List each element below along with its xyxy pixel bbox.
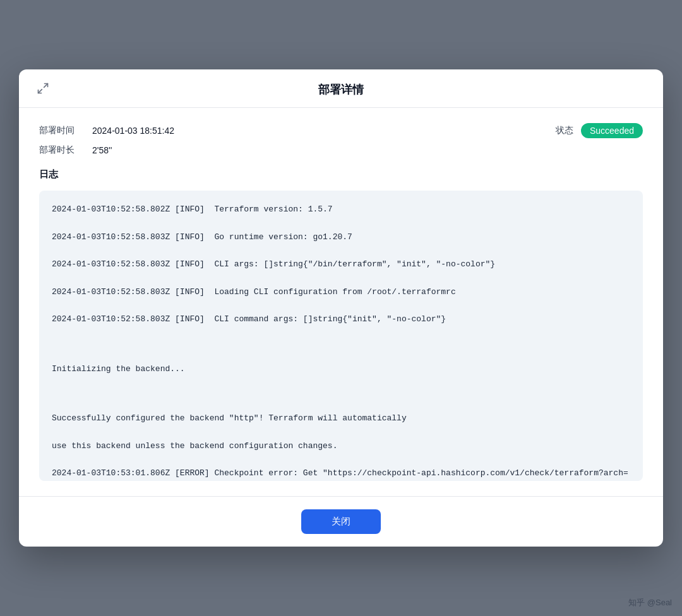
watermark: 知乎 @Seal bbox=[628, 597, 672, 608]
top-info-section: 部署时间 2024-01-03 18:51:42 状态 Succeeded 部署… bbox=[39, 123, 643, 156]
deploy-duration-label: 部署时长 bbox=[39, 145, 77, 156]
deploy-duration-value: 2'58'' bbox=[92, 145, 112, 155]
log-line: 2024-01-03T10:52:58.802Z [INFO] Terrafor… bbox=[52, 203, 630, 216]
log-line: 2024-01-03T10:52:58.803Z [INFO] Go runti… bbox=[52, 231, 630, 244]
modal-title: 部署详情 bbox=[318, 82, 364, 97]
log-line: 2024-01-03T10:52:58.803Z [INFO] CLI comm… bbox=[52, 313, 630, 326]
modal-header: 部署详情 bbox=[19, 69, 663, 108]
log-line bbox=[52, 341, 630, 348]
overlay: 部署详情 部署时间 2024-01-03 18:51:42 状态 Succeed… bbox=[0, 0, 682, 616]
log-line: use this backend unless the backend conf… bbox=[52, 440, 630, 453]
modal-body: 部署时间 2024-01-03 18:51:42 状态 Succeeded 部署… bbox=[19, 108, 663, 496]
status-label: 状态 bbox=[556, 125, 573, 136]
close-button[interactable]: 关闭 bbox=[301, 509, 381, 534]
deploy-time-value: 2024-01-03 18:51:42 bbox=[92, 126, 174, 136]
log-line: 2024-01-03T10:52:58.803Z [INFO] Loading … bbox=[52, 286, 630, 299]
deploy-duration-row: 部署时长 2'58'' bbox=[39, 145, 643, 156]
modal-footer: 关闭 bbox=[19, 496, 663, 547]
log-line: 2024-01-03T10:53:01.806Z [ERROR] Checkpo… bbox=[52, 467, 630, 481]
modal-dialog: 部署详情 部署时间 2024-01-03 18:51:42 状态 Succeed… bbox=[19, 69, 663, 547]
status-section: 状态 Succeeded bbox=[556, 123, 643, 138]
deploy-time-row: 部署时间 2024-01-03 18:51:42 状态 Succeeded bbox=[39, 123, 643, 138]
svg-line-1 bbox=[39, 90, 42, 93]
log-section-title: 日志 bbox=[39, 169, 643, 181]
log-line: Successfully configured the backend "htt… bbox=[52, 412, 630, 425]
deploy-time-label: 部署时间 bbox=[39, 125, 77, 136]
log-line bbox=[52, 390, 630, 398]
deploy-time-left: 部署时间 2024-01-03 18:51:42 bbox=[39, 125, 174, 136]
status-badge: Succeeded bbox=[581, 123, 643, 138]
expand-icon[interactable] bbox=[34, 80, 52, 97]
svg-line-0 bbox=[44, 84, 48, 88]
log-box[interactable]: 2024-01-03T10:52:58.802Z [INFO] Terrafor… bbox=[39, 191, 643, 481]
log-line: Initializing the backend... bbox=[52, 363, 630, 376]
log-line: 2024-01-03T10:52:58.803Z [INFO] CLI args… bbox=[52, 258, 630, 271]
